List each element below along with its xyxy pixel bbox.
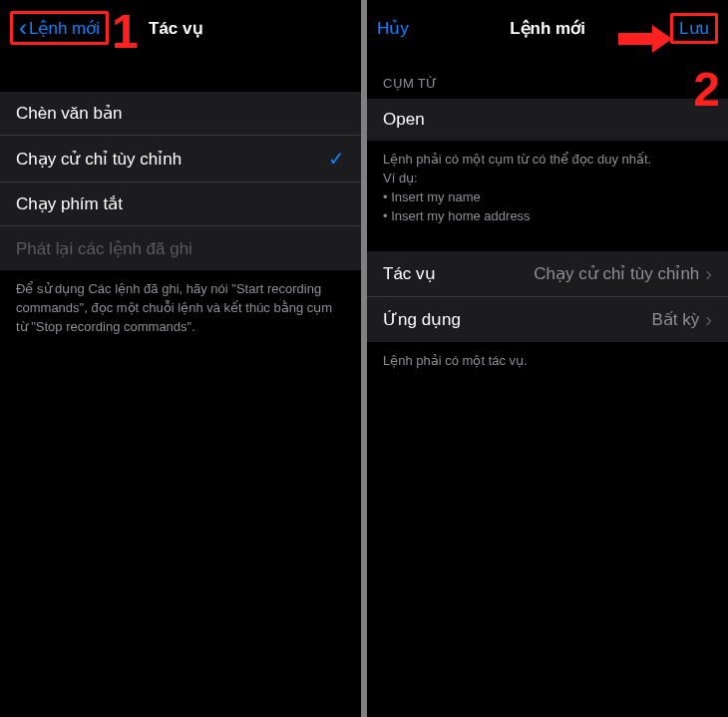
- back-button[interactable]: ‹ Lệnh mới: [10, 11, 109, 45]
- row-label: Chạy cử chỉ tùy chỉnh: [16, 149, 182, 170]
- cancel-label: Hủy: [377, 18, 409, 39]
- phrase-example: • Insert my name: [383, 188, 712, 207]
- row-label: Tác vụ: [383, 263, 436, 284]
- phrase-examples-label: Ví dụ:: [383, 170, 712, 188]
- phrase-footer: Lệnh phải có một cụm từ có thể đọc duy n…: [367, 141, 728, 225]
- cancel-button[interactable]: Hủy: [377, 18, 409, 39]
- chevron-right-icon: ›: [705, 308, 712, 331]
- phrase-hint: Lệnh phải có một cụm từ có thể đọc duy n…: [383, 151, 712, 170]
- chevron-left-icon: ‹: [19, 16, 27, 40]
- row-application[interactable]: Ứng dụng Bất kỳ ›: [367, 297, 728, 342]
- phrase-header: CỤM TỪ: [367, 56, 728, 99]
- page-title: Tác vụ: [149, 18, 202, 39]
- navbar: ‹ Lệnh mới Tác vụ: [0, 0, 361, 56]
- row-label: Phát lại các lệnh đã ghi: [16, 238, 192, 259]
- screen-tasks: ‹ Lệnh mới Tác vụ 1 Chèn văn bản Chạy cử…: [0, 0, 361, 717]
- phrase-value: Open: [383, 110, 425, 129]
- row-insert-text[interactable]: Chèn văn bản: [0, 92, 361, 136]
- footer-hint: Để sử dụng Các lệnh đã ghi, hãy nói "Sta…: [0, 270, 361, 337]
- annotation-step-number: 1: [112, 4, 139, 59]
- annotation-arrow-icon: [618, 28, 672, 50]
- phrase-example: • Insert my home address: [383, 207, 712, 226]
- save-button[interactable]: Lưu: [670, 13, 718, 44]
- annotation-step-number: 2: [693, 62, 720, 117]
- task-list: Chèn văn bản Chạy cử chỉ tùy chỉnh ✓ Chạ…: [0, 92, 361, 270]
- navbar: Hủy Lệnh mới Lưu: [367, 0, 728, 56]
- checkmark-icon: ✓: [328, 147, 345, 171]
- row-label: Chạy phím tắt: [16, 193, 123, 214]
- row-run-gesture[interactable]: Chạy cử chỉ tùy chỉnh ✓: [0, 136, 361, 182]
- action-footer: Lệnh phải có một tác vụ.: [367, 342, 728, 371]
- phrase-input[interactable]: Open: [367, 99, 728, 141]
- row-label: Chèn văn bản: [16, 103, 122, 124]
- chevron-right-icon: ›: [705, 262, 712, 285]
- save-label: Lưu: [679, 18, 709, 39]
- row-action[interactable]: Tác vụ Chạy cử chỉ tùy chỉnh ›: [367, 251, 728, 297]
- row-playback: Phát lại các lệnh đã ghi: [0, 226, 361, 270]
- row-value: Bất kỳ ›: [652, 308, 712, 331]
- settings-list: Tác vụ Chạy cử chỉ tùy chỉnh › Ứng dụng …: [367, 251, 728, 342]
- row-value: Chạy cử chỉ tùy chỉnh ›: [534, 262, 712, 285]
- row-run-shortcut[interactable]: Chạy phím tắt: [0, 182, 361, 226]
- row-label: Ứng dụng: [383, 309, 461, 330]
- screen-new-command: Hủy Lệnh mới Lưu 2 CỤM TỪ Open Lệnh phải…: [367, 0, 728, 717]
- back-label: Lệnh mới: [29, 18, 100, 39]
